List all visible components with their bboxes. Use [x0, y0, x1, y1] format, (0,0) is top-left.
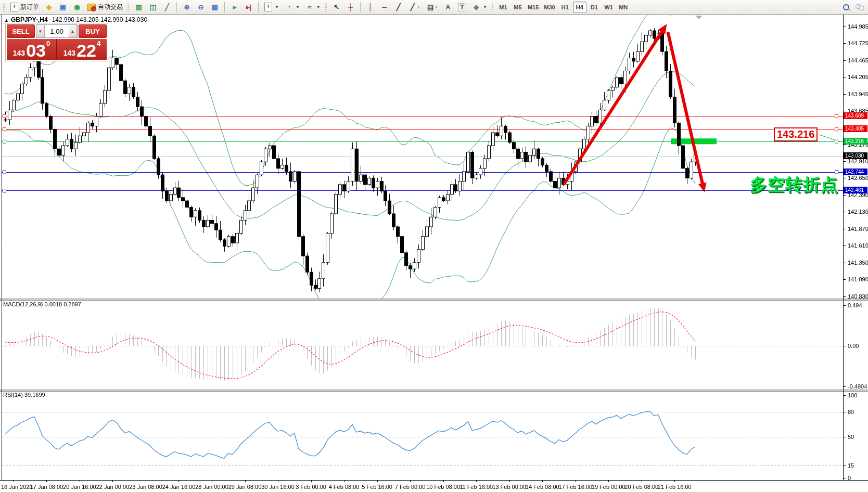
timeframes-menu-button[interactable]: ◔▼ — [282, 1, 302, 14]
navigator-icon: ▣ — [59, 3, 67, 11]
label-tool-icon: T — [458, 3, 466, 11]
separator — [224, 2, 225, 12]
market-watch-icon: ◆ — [45, 3, 53, 11]
buy-price[interactable]: 143224 — [57, 39, 107, 60]
shapes-tool-button[interactable]: ◈▼ — [469, 1, 490, 14]
new-order-icon: + — [10, 3, 18, 11]
toolbar-grip[interactable] — [492, 3, 494, 12]
sell-price-big: 03 — [26, 43, 46, 58]
bar-chart-icon: ▥ — [135, 3, 143, 11]
horizontal-line-tool-button[interactable]: ─ — [378, 1, 391, 14]
toolbar: + 新订单 ◆ ▣ ◉ 自动交易 ▥ ◫ ╱ ⊕ ⊖ ▦ ▸ ▸| +▼ ◔▼ … — [0, 0, 868, 15]
price-level-label: 143.216 — [844, 138, 867, 145]
symbol-ohlc: 142.990 143.205 142.990 143.030 — [52, 16, 148, 23]
sell-price-small: 143 — [13, 48, 25, 58]
period-buttons: M1M5M15M30H1H4D1W1MN — [496, 2, 630, 13]
chart-symbol-title: ▲GBPJPY-,H4142.990 143.205 142.990 143.0… — [4, 16, 147, 23]
indicators-button[interactable]: ≈▼ — [303, 1, 323, 14]
candlestick-chart-button[interactable]: ◫ — [146, 1, 160, 14]
toolbar-grip[interactable] — [127, 3, 130, 12]
terminal-button[interactable]: ◉ — [70, 1, 84, 14]
sell-price[interactable]: 143030 — [7, 39, 57, 60]
terminal-icon: ◉ — [73, 3, 81, 11]
period-button-M15[interactable]: M15 — [526, 2, 541, 13]
volume-stepper: ▼ 1.00 ▲ — [36, 24, 78, 38]
horizontal-line-icon: ─ — [380, 3, 389, 11]
period-button-H4[interactable]: H4 — [573, 2, 586, 13]
collapse-icon[interactable]: ▲ — [4, 18, 9, 23]
new-order-label: 新订单 — [20, 3, 39, 11]
period-button-MN[interactable]: MN — [617, 2, 630, 13]
volume-increase-button[interactable]: ▲ — [69, 25, 77, 37]
chart-shift-button[interactable]: ▸| — [242, 1, 256, 14]
zoom-in-icon: ⊕ — [183, 3, 191, 11]
clock-icon: ◔ — [285, 3, 293, 11]
line-chart-button[interactable]: ╱ — [160, 1, 174, 14]
navigator-button[interactable]: ▣ — [56, 1, 70, 14]
separator — [258, 2, 259, 12]
volume-input[interactable]: 1.00 — [45, 25, 69, 37]
crosshair-tool-button[interactable]: ┼ — [344, 1, 358, 14]
period-button-M30[interactable]: M30 — [542, 2, 557, 13]
zoom-out-button[interactable]: ⊖ — [194, 1, 208, 14]
caret-down-icon: ▼ — [296, 5, 300, 9]
zoom-out-icon: ⊖ — [197, 3, 205, 11]
price-level-label: 142.461 — [844, 187, 867, 193]
chart-canvas[interactable] — [0, 0, 868, 492]
search-button[interactable] — [840, 1, 852, 14]
sell-button[interactable]: SELL — [7, 24, 35, 38]
rsi-label: RSI(14) 39.1699 — [3, 392, 45, 398]
price-level-label: 142.744 — [844, 169, 867, 175]
templates-icon: + — [264, 3, 272, 11]
price-level-label: 143.030 — [844, 152, 867, 159]
text-tool-icon: A — [444, 3, 452, 11]
cursor-tool-button[interactable]: ↖ — [330, 1, 343, 14]
period-button-M1[interactable]: M1 — [496, 2, 510, 13]
crosshair-icon: ┼ — [347, 3, 355, 11]
buy-price-sup: 4 — [97, 40, 100, 47]
fibo-sub-letter: E — [418, 5, 420, 9]
search-icon — [843, 4, 850, 11]
caret-down-icon: ▼ — [316, 5, 321, 9]
templates-button[interactable]: +▼ — [262, 1, 282, 14]
price-callout-label[interactable]: 143.216 — [774, 127, 818, 141]
turning-point-annotation[interactable]: 多空转折点 — [750, 173, 838, 197]
caret-down-icon: ▼ — [275, 5, 279, 9]
candlestick-icon: ◫ — [149, 3, 157, 11]
vertical-line-icon: │ — [366, 3, 375, 11]
separator — [360, 2, 361, 12]
period-button-W1[interactable]: W1 — [602, 2, 616, 13]
new-order-button[interactable]: + 新订单 — [8, 1, 42, 14]
shapes-icon: ◈ — [472, 3, 480, 11]
tile-windows-button[interactable]: ▦ — [208, 1, 222, 14]
toolbar-grip[interactable] — [3, 3, 6, 12]
zoom-in-button[interactable]: ⊕ — [180, 1, 194, 14]
chart-shift-icon: ▸| — [245, 3, 253, 11]
community-button[interactable] — [853, 1, 866, 14]
mt4-window: { "toolbar": { "new_order_label": "新订单",… — [0, 0, 868, 492]
symbol-name: GBPJPY-,H4 — [11, 16, 48, 23]
volume-decrease-button[interactable]: ▼ — [36, 25, 45, 37]
fibonacci-tool-button[interactable]: ╱E — [406, 1, 423, 14]
line-chart-icon: ╱ — [163, 3, 171, 11]
bar-chart-button[interactable]: ▥ — [132, 1, 146, 14]
fibonacci-icon: ╱ — [409, 3, 417, 11]
text-tool-button[interactable]: A — [441, 1, 455, 14]
buy-price-big: 22 — [76, 43, 96, 58]
channel-sub-letter: F — [436, 5, 438, 9]
caret-down-icon: ▼ — [483, 5, 487, 9]
market-watch-button[interactable]: ◆ — [42, 1, 56, 14]
auto-scroll-button[interactable]: ▸ — [228, 1, 241, 14]
label-tool-button[interactable]: T — [455, 1, 469, 14]
period-button-H1[interactable]: H1 — [558, 2, 572, 13]
macd-label: MACD(12,26,9) 0.0018 0.2897 — [3, 301, 81, 307]
toolbar-grip[interactable] — [325, 3, 328, 12]
trendline-tool-button[interactable]: ╱ — [392, 1, 405, 14]
buy-button[interactable]: BUY — [79, 24, 107, 38]
autotrade-button[interactable]: 自动交易 — [84, 1, 125, 14]
period-button-D1[interactable]: D1 — [588, 2, 601, 13]
separator — [176, 2, 177, 12]
channel-tool-button[interactable]: ▤F — [424, 1, 441, 14]
period-button-M5[interactable]: M5 — [511, 2, 525, 13]
vertical-line-tool-button[interactable]: │ — [364, 1, 377, 14]
